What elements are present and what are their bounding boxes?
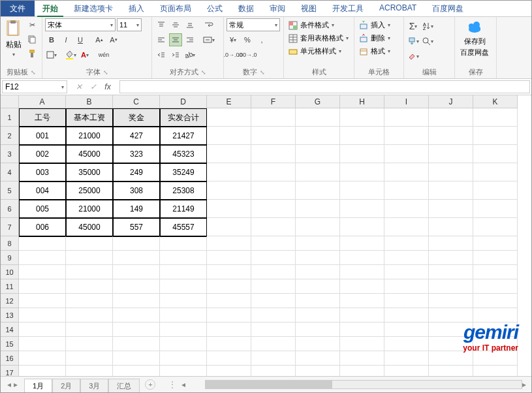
cell[interactable]	[296, 251, 340, 265]
cell[interactable]	[384, 218, 429, 236]
accounting-format-button[interactable]: ¥▾	[227, 33, 240, 46]
tab-review[interactable]: 审阅	[262, 1, 293, 16]
cell[interactable]	[429, 265, 473, 279]
row-header[interactable]: 17	[1, 366, 19, 376]
cell[interactable]	[160, 366, 207, 376]
column-header[interactable]: G	[296, 95, 340, 108]
row-header[interactable]: 4	[1, 163, 19, 181]
tab-formulas[interactable]: 公式	[199, 1, 230, 16]
cell[interactable]: 005	[19, 200, 66, 218]
cell[interactable]	[296, 145, 340, 163]
name-box[interactable]: F12▾	[2, 80, 67, 93]
cell[interactable]	[384, 127, 429, 145]
cell[interactable]	[296, 366, 340, 376]
cell[interactable]	[384, 265, 429, 279]
cell[interactable]	[251, 236, 296, 251]
cell[interactable]	[340, 127, 384, 145]
cell[interactable]	[429, 236, 473, 251]
increase-indent-button[interactable]	[169, 48, 182, 61]
cell[interactable]	[251, 265, 296, 279]
cell[interactable]	[251, 200, 296, 218]
cell[interactable]	[384, 251, 429, 265]
tab-acrobat[interactable]: ACROBAT	[371, 1, 424, 16]
cell[interactable]: 006	[19, 218, 66, 236]
cell[interactable]: 003	[19, 163, 66, 181]
add-sheet-button[interactable]: +	[145, 379, 155, 390]
cell[interactable]	[113, 308, 160, 322]
cell[interactable]	[251, 145, 296, 163]
formula-bar[interactable]	[119, 80, 530, 93]
row-header[interactable]: 7	[1, 218, 19, 236]
horizontal-scrollbar[interactable]: ◂ ▸	[181, 377, 526, 392]
cell[interactable]	[384, 337, 429, 351]
cell[interactable]	[113, 294, 160, 308]
cell[interactable]	[160, 294, 207, 308]
copy-button[interactable]	[25, 33, 39, 46]
cell[interactable]	[296, 308, 340, 322]
dialog-launcher-icon[interactable]: ⤡	[260, 69, 265, 76]
cell[interactable]	[251, 308, 296, 322]
cell[interactable]	[251, 366, 296, 376]
cell[interactable]	[340, 351, 384, 366]
cell[interactable]	[207, 279, 251, 294]
cell[interactable]	[207, 218, 251, 236]
file-tab[interactable]: 文件	[1, 1, 35, 16]
cell[interactable]	[384, 308, 429, 322]
cell[interactable]: 427	[113, 127, 160, 145]
format-cells-button[interactable]: 格式▾	[357, 46, 392, 57]
align-center-button[interactable]	[169, 33, 182, 46]
cell[interactable]	[19, 236, 66, 251]
cell[interactable]	[251, 251, 296, 265]
cell[interactable]	[207, 322, 251, 337]
decrease-indent-button[interactable]	[155, 48, 168, 61]
cell-styles-button[interactable]: 单元格样式▾	[287, 46, 343, 57]
cell[interactable]	[113, 337, 160, 351]
cell[interactable]: 21149	[160, 200, 207, 218]
italic-button[interactable]: I	[59, 33, 72, 46]
cell[interactable]	[66, 236, 113, 251]
cell[interactable]	[473, 251, 518, 265]
cell[interactable]	[296, 337, 340, 351]
cell[interactable]	[19, 294, 66, 308]
cell[interactable]	[340, 163, 384, 181]
cell[interactable]	[19, 322, 66, 337]
cell[interactable]	[473, 236, 518, 251]
row-header[interactable]: 13	[1, 308, 19, 322]
row-header[interactable]: 1	[1, 108, 19, 127]
cell[interactable]	[160, 236, 207, 251]
cell[interactable]	[340, 337, 384, 351]
fill-button[interactable]: ▾	[407, 35, 420, 48]
cell[interactable]	[19, 351, 66, 366]
tab-insert[interactable]: 插入	[121, 1, 152, 16]
row-header[interactable]: 8	[1, 236, 19, 251]
cell[interactable]	[473, 127, 518, 145]
cell[interactable]	[473, 163, 518, 181]
insert-cells-button[interactable]: +插入▾	[357, 20, 392, 31]
cell[interactable]	[251, 163, 296, 181]
sheet-tab[interactable]: 3月	[80, 379, 108, 393]
cell[interactable]: 奖金	[113, 108, 160, 127]
cell[interactable]	[473, 351, 518, 366]
column-header[interactable]: E	[207, 95, 251, 108]
tab-developer[interactable]: 开发工具	[324, 1, 371, 16]
row-header[interactable]: 3	[1, 145, 19, 163]
comma-button[interactable]: ,	[255, 33, 268, 46]
cell[interactable]	[113, 279, 160, 294]
cell[interactable]	[207, 236, 251, 251]
cell[interactable]	[384, 322, 429, 337]
decrease-font-button[interactable]: A▾	[107, 33, 120, 46]
cell[interactable]	[251, 351, 296, 366]
cell[interactable]	[296, 236, 340, 251]
tab-view[interactable]: 视图	[293, 1, 324, 16]
font-color-button[interactable]: A▾	[78, 48, 91, 61]
border-button[interactable]: ▾	[45, 48, 58, 61]
cell[interactable]: 35249	[160, 163, 207, 181]
cut-button[interactable]: ✂	[25, 18, 39, 31]
cell[interactable]	[296, 265, 340, 279]
wrap-text-button[interactable]	[202, 18, 215, 31]
cell[interactable]	[66, 337, 113, 351]
cell[interactable]	[207, 181, 251, 200]
cell[interactable]	[113, 265, 160, 279]
cell[interactable]	[429, 108, 473, 127]
cell[interactable]	[384, 366, 429, 376]
